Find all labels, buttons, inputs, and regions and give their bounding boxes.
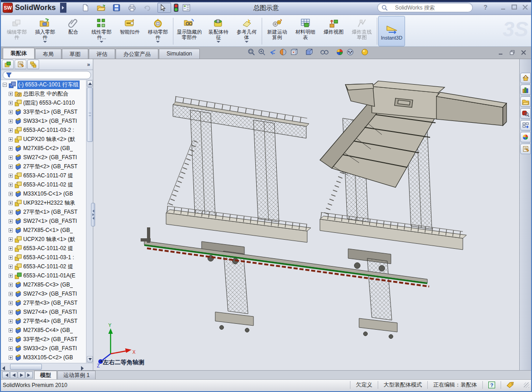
- expand-icon[interactable]: [9, 283, 13, 287]
- tree-item[interactable]: M27X85-C<1> (GB_: [1, 226, 93, 235]
- explode-line-sketch-button[interactable]: 爆炸直线草图: [348, 16, 376, 46]
- expand-icon[interactable]: [9, 337, 13, 342]
- expand-icon[interactable]: [9, 101, 13, 105]
- tree-item[interactable]: 6553-AC-1011-02 提: [1, 180, 93, 189]
- tree-item[interactable]: M33X105-C<2> (GB: [1, 353, 93, 362]
- tab-assembly[interactable]: 装配体: [3, 48, 35, 59]
- document-minimize-button[interactable]: [498, 50, 504, 55]
- solidworks-search-button[interactable]: [520, 108, 531, 119]
- file-explorer-button[interactable]: [520, 96, 531, 107]
- search-input[interactable]: [395, 5, 469, 11]
- document-restore-button[interactable]: [509, 50, 515, 55]
- tree-item[interactable]: 总图示意 中的配合: [1, 89, 93, 98]
- expand-icon[interactable]: [9, 201, 13, 205]
- tree-item[interactable]: 6553-AC-1011-01A(E: [1, 271, 93, 280]
- move-component-button[interactable]: 移动零部件: [144, 16, 172, 46]
- reference-geometry-button[interactable]: 参考几何体: [233, 16, 261, 46]
- assembly-features-button[interactable]: 装配体特征: [204, 16, 233, 46]
- expand-icon[interactable]: [9, 310, 13, 314]
- new-motion-study-button[interactable]: 新建运动算例: [263, 16, 291, 46]
- tab-scroll-first-button[interactable]: [2, 372, 10, 378]
- tree-item[interactable]: 33平垫<1> (GB_FAST: [1, 107, 93, 116]
- tree-scroll-down-icon[interactable]: [87, 356, 93, 362]
- appearances-scenes-button[interactable]: [520, 132, 531, 142]
- expand-icon[interactable]: [9, 347, 13, 351]
- solidworks-resources-button[interactable]: [520, 73, 531, 83]
- save-button[interactable]: [111, 3, 125, 13]
- maximize-button[interactable]: [511, 4, 517, 10]
- edit-component-button[interactable]: 编辑零部件: [3, 16, 31, 46]
- print-button[interactable]: [127, 3, 141, 13]
- document-close-button[interactable]: [521, 50, 527, 55]
- linear-component-pattern-button[interactable]: 线性零部件...: [87, 16, 116, 46]
- expand-icon[interactable]: [9, 292, 13, 296]
- expand-icon[interactable]: [9, 137, 13, 141]
- tab-layout[interactable]: 布局: [35, 49, 61, 59]
- expand-icon[interactable]: [9, 92, 13, 96]
- tree-scroll-left-icon[interactable]: [2, 364, 5, 372]
- new-document-button[interactable]: [81, 3, 94, 13]
- tree-item[interactable]: 33平垫<2> (GB_FAST: [1, 335, 93, 344]
- tree-item[interactable]: UCPX20 轴承<2> (默: [1, 135, 93, 144]
- tree-item[interactable]: M27X85-C<2> (GB_: [1, 144, 93, 153]
- select-tool-button[interactable]: [157, 3, 171, 13]
- expand-icon[interactable]: [9, 146, 13, 151]
- expand-icon[interactable]: [9, 265, 13, 269]
- help-button[interactable]: ?: [483, 4, 487, 11]
- graphics-viewport[interactable]: Y X Z *左右二等角轴测: [93, 59, 519, 370]
- tree-scroll-right-icon[interactable]: [81, 364, 84, 372]
- tree-item[interactable]: 6553-AC-1011-03-2 :: [1, 126, 93, 135]
- custom-properties-button[interactable]: [520, 144, 531, 154]
- expand-icon[interactable]: [9, 128, 13, 132]
- expand-icon[interactable]: [9, 156, 13, 160]
- featuremanager-tree-tab[interactable]: [2, 60, 14, 69]
- smart-fasteners-button[interactable]: 智能扣件: [116, 16, 144, 46]
- expand-icon[interactable]: [9, 274, 13, 278]
- tab-scroll-last-button[interactable]: [25, 372, 33, 378]
- expand-icon[interactable]: [9, 301, 13, 305]
- undo-button[interactable]: [142, 3, 156, 13]
- tab-office-products[interactable]: 办公室产品: [116, 49, 158, 59]
- tree-item[interactable]: 6553-AC-1011-07 提: [1, 171, 93, 180]
- tree-filter-box[interactable]: [3, 71, 91, 79]
- design-library-button[interactable]: [520, 85, 531, 95]
- insert-component-button[interactable]: 插入零部件: [31, 16, 59, 46]
- minimize-button[interactable]: [500, 4, 507, 10]
- tree-item[interactable]: 27平垫<2> (GB_FAST: [1, 162, 93, 171]
- crane-assembly-model[interactable]: Y X Z: [93, 59, 519, 370]
- tree-scroll-up-icon[interactable]: [87, 80, 93, 87]
- show-hidden-components-button[interactable]: 显示隐藏的零部件: [174, 16, 204, 46]
- tree-item[interactable]: 27平垫<1> (GB_FAST: [1, 207, 93, 216]
- propertymanager-tab[interactable]: [15, 60, 26, 69]
- apply-scene-button[interactable]: [346, 48, 358, 56]
- tree-item[interactable]: 6553-AC-1011-02 提: [1, 262, 93, 271]
- open-document-button[interactable]: [96, 3, 110, 13]
- expand-icon[interactable]: [9, 165, 13, 169]
- expand-icon[interactable]: [9, 119, 13, 123]
- tree-item[interactable]: (-) 6553-AC-1001 行车组: [1, 80, 93, 89]
- tags-button[interactable]: [501, 381, 520, 388]
- tree-item[interactable]: M33X105-C<1> (GB: [1, 189, 93, 198]
- tab-model[interactable]: 模型: [34, 371, 57, 379]
- view-settings-button[interactable]: [361, 48, 373, 56]
- tab-motion-study-1[interactable]: 运动算例 1: [57, 371, 96, 379]
- options-button[interactable]: [181, 3, 196, 13]
- expand-icon[interactable]: [9, 110, 13, 114]
- expand-icon[interactable]: [9, 319, 13, 323]
- tab-scroll-prev-button[interactable]: [10, 372, 17, 378]
- previous-view-button[interactable]: [269, 49, 277, 56]
- view-orientation-button[interactable]: [290, 48, 302, 56]
- tree-item[interactable]: SW33<2> (GB_FASTI: [1, 344, 93, 353]
- zoom-to-fit-button[interactable]: [248, 48, 255, 56]
- tab-simulation[interactable]: Simulation: [159, 49, 200, 59]
- expand-icon[interactable]: [9, 210, 13, 214]
- menu-expand-arrow-icon[interactable]: [60, 3, 66, 13]
- expand-icon[interactable]: [9, 183, 13, 187]
- edit-appearance-button[interactable]: [336, 48, 344, 56]
- tree-hscroll-thumb[interactable]: [10, 364, 42, 370]
- instant3d-button[interactable]: Instant3D: [378, 16, 405, 46]
- resize-grip[interactable]: [524, 382, 529, 388]
- exploded-view-button[interactable]: 爆炸视图: [319, 16, 348, 46]
- expand-icon[interactable]: [9, 228, 13, 232]
- expand-icon[interactable]: [9, 246, 13, 251]
